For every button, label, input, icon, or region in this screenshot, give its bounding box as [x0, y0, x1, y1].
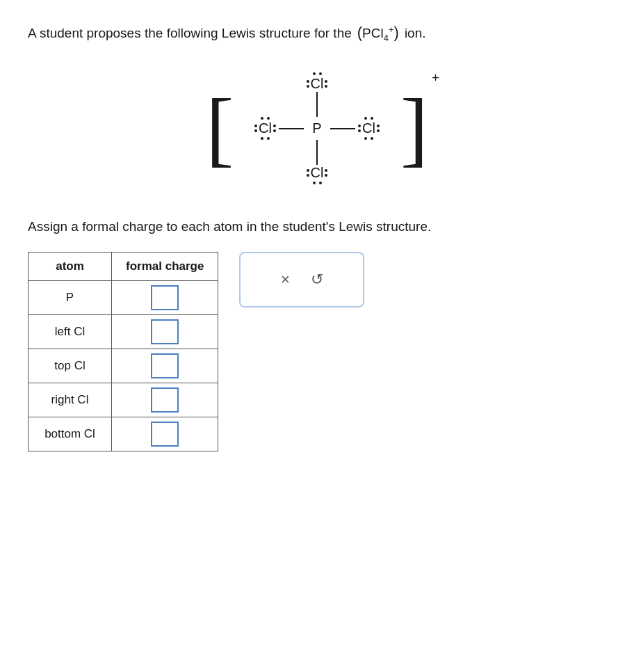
undo-icon[interactable]: ↺ — [311, 271, 323, 289]
bottom-cl-group: Cl — [254, 165, 380, 184]
top-cl-right-colon — [325, 80, 327, 88]
bottom-cl-symbol: Cl — [311, 165, 324, 181]
intro-text-before: A student proposes the following Lewis s… — [28, 24, 352, 44]
table-row: right Cl — [29, 383, 218, 417]
left-cl-group: Cl — [254, 117, 276, 140]
parenthesis-left: ( — [357, 21, 362, 44]
charge-input-0[interactable] — [151, 285, 179, 310]
formal-charge-table: atom formal charge Pleft Cltop Clright C… — [28, 252, 218, 451]
bracket-right: ] — [400, 87, 428, 170]
left-cl-left-colon — [254, 125, 257, 132]
right-cl-group: Cl — [358, 117, 380, 140]
top-cl-dots-above — [313, 72, 322, 75]
left-cl-symbol: Cl — [259, 120, 272, 136]
answer-box: × ↺ — [239, 252, 364, 307]
charge-input-2[interactable] — [151, 353, 179, 378]
ion-text: PCl4+ — [362, 23, 393, 45]
right-cl-left-colon — [358, 125, 361, 132]
top-cl-group: Cl — [254, 72, 380, 92]
dot2 — [319, 72, 322, 75]
lewis-bracket-wrap: [ Cl — [206, 65, 428, 191]
right-cl-right-colon — [377, 125, 380, 132]
center-p-symbol: P — [312, 120, 321, 136]
bond-top-v — [254, 92, 380, 117]
table-row: bottom Cl — [29, 417, 218, 451]
charge-input-3[interactable] — [151, 387, 179, 413]
atom-cell-3: right Cl — [29, 383, 112, 417]
col-charge-header: formal charge — [112, 253, 218, 281]
lewis-structure-container: [ Cl — [28, 65, 606, 191]
top-cl-left-colon — [307, 80, 309, 88]
table-header-row: atom formal charge — [29, 253, 218, 281]
table-area: atom formal charge Pleft Cltop Clright C… — [28, 252, 606, 451]
col-atom-header: atom — [29, 253, 112, 281]
ion-charge: + — [432, 71, 439, 86]
atom-cell-4: bottom Cl — [29, 417, 112, 451]
atom-cell-1: left Cl — [29, 315, 112, 349]
middle-row: Cl P — [254, 117, 380, 140]
charge-cell-1 — [112, 315, 218, 349]
center-p: P — [307, 118, 327, 139]
table-row: left Cl — [29, 315, 218, 349]
intro-text-after: ion. — [405, 24, 426, 44]
atom-cell-2: top Cl — [29, 349, 112, 383]
table-row: P — [29, 281, 218, 315]
bracket-left: [ — [206, 87, 234, 170]
ion-formula-display: ( PCl4+ ) — [357, 21, 399, 45]
charge-input-1[interactable] — [151, 319, 179, 344]
atom-cell-0: P — [29, 281, 112, 315]
bond-bottom-v — [254, 140, 380, 165]
parenthesis-right: ) — [394, 21, 399, 44]
bond-left-h — [279, 128, 304, 129]
top-cl-symbol: Cl — [311, 76, 324, 92]
assign-instruction: Assign a formal charge to each atom in t… — [28, 219, 606, 234]
table-row: top Cl — [29, 349, 218, 383]
charge-cell-3 — [112, 383, 218, 417]
bottom-cl-left-colon — [307, 169, 309, 177]
top-cl-label-row: Cl — [307, 76, 328, 92]
left-cl-right-colon — [273, 125, 276, 132]
charge-cell-2 — [112, 349, 218, 383]
lewis-diagram: Cl — [241, 65, 393, 191]
x-icon[interactable]: × — [281, 271, 290, 289]
bottom-cl-right-colon — [325, 169, 327, 177]
charge-input-4[interactable] — [151, 422, 179, 447]
dot1 — [313, 72, 316, 75]
bond-right-h — [330, 128, 355, 129]
charge-cell-4 — [112, 417, 218, 451]
bottom-cl-label-row: Cl — [307, 165, 328, 181]
intro-paragraph: A student proposes the following Lewis s… — [28, 21, 606, 45]
right-cl-symbol: Cl — [362, 120, 375, 136]
charge-cell-0 — [112, 281, 218, 315]
